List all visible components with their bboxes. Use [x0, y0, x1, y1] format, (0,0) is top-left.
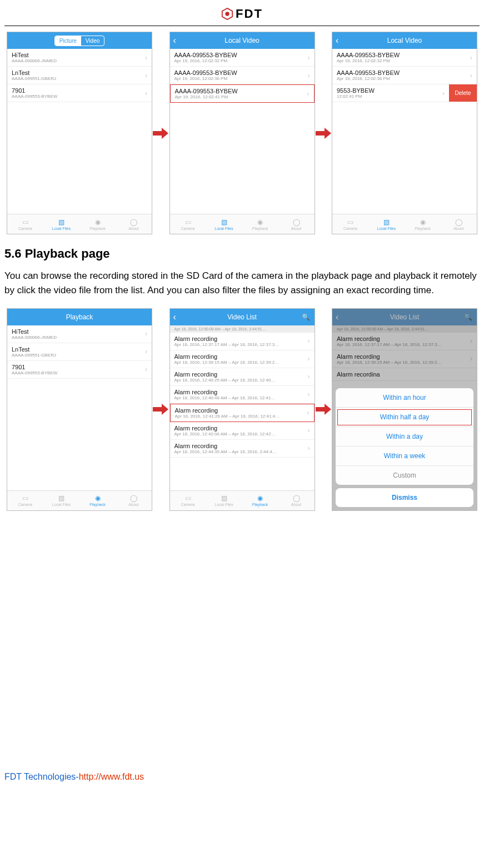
playback-icon: ◉	[257, 494, 263, 502]
tab-local-files[interactable]: ▧Local Files	[368, 214, 405, 234]
search-icon[interactable]: 🔍	[302, 313, 310, 321]
chevron-right-icon: ›	[308, 373, 310, 380]
chevron-right-icon: ›	[308, 337, 310, 345]
screen-video-list: ‹ Video List 🔍 Apr 18, 2016, 12:00:00 AM…	[169, 308, 315, 511]
list-item[interactable]: AAAA-099553-BYBEWApr 19, 2016, 12:02:32 …	[170, 49, 315, 67]
list-item[interactable]: 7901AAAA-099553-BYBEW›	[7, 361, 152, 379]
list-item[interactable]: Alarm recordingApr 18, 2016, 12:44:35 AM…	[170, 440, 315, 458]
image-icon: ▧	[58, 494, 64, 502]
screen-local-files: Picture Video HiTestAAAA-000066-JNMED› L…	[7, 32, 152, 234]
arrow-right-icon	[152, 404, 169, 415]
back-icon[interactable]: ‹	[336, 36, 338, 46]
about-icon: ◯	[293, 494, 300, 502]
tab-local-files[interactable]: ▧Local Files	[206, 214, 242, 234]
section-body: You can browse the recording stored in t…	[4, 269, 480, 298]
toggle-picture[interactable]: Picture	[55, 36, 81, 46]
list-item[interactable]: Alarm recordingApr 18, 2016, 12:40:25 AM…	[170, 368, 315, 386]
tab-playback[interactable]: ◉Playback	[242, 491, 278, 510]
tab-playback[interactable]: ◉Playback	[79, 214, 116, 234]
phone-header: Picture Video	[7, 32, 152, 49]
about-icon: ◯	[130, 494, 137, 502]
phone-header: ‹ Video List 🔍	[170, 309, 315, 325]
tab-camera[interactable]: ▭Camera	[332, 214, 368, 234]
list-item[interactable]: Alarm recordingApr 18, 2016, 12:39:15 AM…	[170, 350, 315, 368]
tab-playback[interactable]: ◉Playback	[242, 214, 278, 234]
tab-playback[interactable]: ◉Playback	[405, 214, 441, 234]
tabbar: ▭Camera ▧Local Files ◉Playback ◯About	[170, 490, 315, 510]
chevron-right-icon: ›	[308, 72, 310, 79]
tab-camera[interactable]: ▭Camera	[7, 491, 43, 510]
list-item[interactable]: AAAA-099553-BYBEWApr 19, 2016, 12:02:36 …	[332, 67, 477, 84]
tab-camera[interactable]: ▭Camera	[7, 214, 43, 234]
image-icon: ▧	[221, 218, 227, 226]
chevron-right-icon: ›	[145, 89, 147, 97]
svg-marker-5	[316, 404, 331, 415]
chevron-right-icon: ›	[308, 390, 310, 398]
tab-playback[interactable]: ◉Playback	[79, 491, 116, 510]
brand-text: FDT	[236, 7, 263, 21]
list-item[interactable]: Alarm recordingApr 18, 2016, 12:37:17 AM…	[170, 333, 315, 350]
list-item[interactable]: LnTestAAAA-099551-GBERJ›	[7, 67, 152, 84]
footer-url: http://www.fdt.us	[79, 772, 144, 781]
phone-header: ‹ Local Video	[170, 32, 315, 49]
playback-icon: ◉	[95, 494, 101, 502]
list-item[interactable]: Alarm recordingApr 18, 2016, 12:42:06 AM…	[170, 422, 315, 440]
list-item[interactable]: AAAA-099553-BYBEWApr 19, 2016, 12:02:32 …	[332, 49, 477, 67]
toggle-video[interactable]: Video	[81, 36, 104, 46]
logo-icon	[221, 8, 233, 20]
chevron-right-icon: ›	[145, 365, 147, 373]
filter-week[interactable]: Within a week	[336, 446, 473, 466]
tab-about[interactable]: ◯About	[441, 214, 477, 234]
tab-local-files[interactable]: ▧Local Files	[43, 491, 79, 510]
screen-video-list-filter: ‹ Video List 🔍 Apr 18, 2016, 12:00:00 AM…	[332, 308, 477, 511]
screenshot-row-1: Picture Video HiTestAAAA-000066-JNMED› L…	[4, 32, 480, 234]
list-item[interactable]: Alarm recordingApr 18, 2016, 12:40:48 AM…	[170, 386, 315, 404]
list-item[interactable]: AAAA-099553-BYBEWApr 19, 2016, 12:02:36 …	[170, 67, 315, 84]
image-icon: ▧	[221, 494, 227, 502]
screen-local-video-swipe: ‹ Local Video AAAA-099553-BYBEWApr 19, 2…	[332, 32, 477, 234]
filter-hour[interactable]: Within an hour	[336, 388, 473, 408]
camera-icon: ▭	[22, 494, 28, 502]
tab-about[interactable]: ◯About	[116, 491, 152, 510]
svg-point-1	[225, 12, 229, 16]
arrow-right-icon	[152, 128, 169, 139]
chevron-right-icon: ›	[308, 444, 310, 452]
chevron-right-icon: ›	[442, 89, 445, 97]
list-item[interactable]: HiTestAAAA-000066-JNMED›	[7, 49, 152, 67]
screen-title: Local Video	[224, 37, 260, 44]
tab-about[interactable]: ◯About	[278, 214, 315, 234]
tab-local-files[interactable]: ▧Local Files	[206, 491, 242, 510]
tab-about[interactable]: ◯About	[116, 214, 152, 234]
chevron-right-icon: ›	[145, 72, 147, 79]
filter-half-day[interactable]: Within half a day	[336, 408, 473, 427]
filter-action-sheet: Within an hour Within half a day Within …	[336, 388, 473, 507]
screen-title: Playback	[66, 313, 93, 321]
tab-camera[interactable]: ▭Camera	[170, 214, 206, 234]
chevron-right-icon: ›	[145, 330, 147, 338]
list-item-swiped[interactable]: 9553-BYBEW12:02:41 PM› Delete	[332, 84, 477, 102]
list-item[interactable]: LnTestAAAA-099551-GBERJ›	[7, 343, 152, 361]
camera-icon: ▭	[185, 218, 191, 226]
phone-header: ‹ Local Video	[332, 32, 477, 49]
date-range-label: Apr 18, 2016, 12:00:00 AM – Apr 18, 2016…	[170, 325, 315, 333]
list-item-highlighted[interactable]: AAAA-099553-BYBEWApr 19, 2016, 12:02:41 …	[170, 84, 315, 103]
delete-button[interactable]: Delete	[449, 84, 477, 102]
filter-day[interactable]: Within a day	[336, 427, 473, 446]
tab-about[interactable]: ◯About	[278, 491, 315, 510]
tab-local-files[interactable]: ▧Local Files	[43, 214, 79, 234]
tab-camera[interactable]: ▭Camera	[170, 491, 206, 510]
dismiss-button[interactable]: Dismiss	[336, 488, 473, 507]
list-item[interactable]: HiTestAAAA-000066-JNMED›	[7, 325, 152, 343]
list-item-highlighted[interactable]: Alarm recordingApr 18, 2016, 12:41:26 AM…	[170, 404, 315, 422]
list-item[interactable]: 7901AAAA-099553-BYBEW›	[7, 84, 152, 102]
playback-icon: ◉	[420, 218, 426, 226]
screenshot-row-2: Playback HiTestAAAA-000066-JNMED› LnTest…	[4, 308, 480, 511]
picture-video-toggle[interactable]: Picture Video	[54, 36, 105, 46]
chevron-right-icon: ›	[470, 72, 472, 79]
chevron-right-icon: ›	[308, 427, 310, 434]
filter-custom[interactable]: Custom	[336, 466, 473, 485]
back-icon[interactable]: ‹	[173, 36, 176, 46]
back-icon[interactable]: ‹	[173, 312, 176, 322]
chevron-right-icon: ›	[470, 54, 472, 62]
brand-logo: FDT	[221, 7, 263, 21]
